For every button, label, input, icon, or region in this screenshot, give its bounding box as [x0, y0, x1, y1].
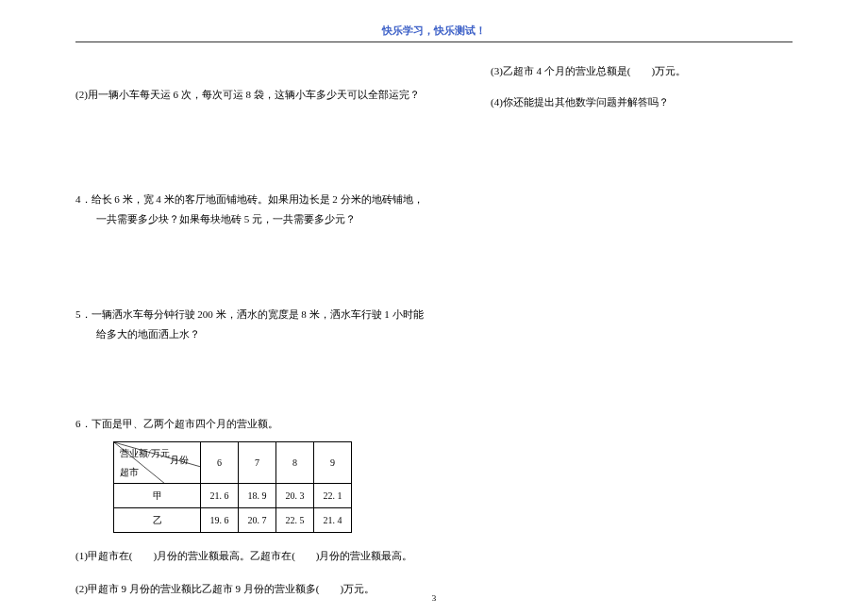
- cell: 22. 1: [314, 484, 352, 508]
- month-header: 6: [201, 442, 239, 484]
- month-header: 8: [276, 442, 314, 484]
- cell: 20. 7: [239, 508, 276, 533]
- question-4: 4．给长 6 米，宽 4 米的客厅地面铺地砖。如果用边长是 2 分米的地砖铺地，…: [75, 190, 434, 229]
- question-6-sub1: (1)甲超市在( )月份的营业额最高。乙超市在( )月份的营业额最高。: [75, 546, 434, 566]
- diag-label-right: 月份: [170, 452, 189, 469]
- question-6-number: 6．: [75, 418, 92, 429]
- question-5: 5．一辆洒水车每分钟行驶 200 米，洒水的宽度是 8 米，洒水车行驶 1 小时…: [75, 305, 434, 344]
- question-6-sub3: (3)乙超市 4 个月的营业总额是( )万元。: [491, 61, 840, 81]
- question-5-line2: 给多大的地面洒上水？: [96, 324, 434, 344]
- month-header: 9: [314, 442, 352, 484]
- header-rule: [75, 41, 793, 42]
- month-header: 7: [239, 442, 276, 484]
- data-table-wrap: 营业额/万元 月份 超市 6 7 8 9 甲 21. 6 18. 9 20. 3…: [113, 441, 434, 533]
- diagonal-header-cell: 营业额/万元 月份 超市: [114, 442, 201, 484]
- question-4-number: 4．: [75, 193, 92, 205]
- diag-label-bottom: 超市: [120, 464, 139, 481]
- question-5-number: 5．: [75, 308, 92, 320]
- page-number: 3: [432, 593, 437, 603]
- table-row: 乙 19. 6 20. 7 22. 5 21. 4: [114, 508, 352, 533]
- page-header: 快乐学习，快乐测试！: [0, 0, 868, 41]
- cell: 18. 9: [239, 484, 276, 508]
- cell: 21. 6: [201, 484, 239, 508]
- cell: 20. 3: [276, 484, 314, 508]
- question-4-line2: 一共需要多少块？如果每块地砖 5 元，一共需要多少元？: [96, 209, 434, 229]
- table-header-row: 营业额/万元 月份 超市 6 7 8 9: [114, 442, 352, 484]
- left-column: (2)用一辆小车每天运 6 次，每次可运 8 袋，这辆小车多少天可以全部运完？ …: [75, 61, 434, 606]
- question-5-line1: 一辆洒水车每分钟行驶 200 米，洒水的宽度是 8 米，洒水车行驶 1 小时能: [92, 308, 424, 320]
- cell: 22. 5: [276, 508, 314, 533]
- question-2-sub2: (2)用一辆小车每天运 6 次，每次可运 8 袋，这辆小车多少天可以全部运完？: [75, 85, 434, 105]
- cell: 19. 6: [201, 508, 239, 533]
- question-6: 6．下面是甲、乙两个超市四个月的营业额。 营业额/万元 月份 超市 6 7: [75, 414, 434, 599]
- row-name: 甲: [114, 484, 201, 508]
- question-6-sub4: (4)你还能提出其他数学问题并解答吗？: [491, 92, 840, 112]
- question-4-line1: 给长 6 米，宽 4 米的客厅地面铺地砖。如果用边长是 2 分米的地砖铺地，: [92, 193, 424, 205]
- table-row: 甲 21. 6 18. 9 20. 3 22. 1: [114, 484, 352, 508]
- row-name: 乙: [114, 508, 201, 533]
- right-column: (3)乙超市 4 个月的营业总额是( )万元。 (4)你还能提出其他数学问题并解…: [491, 61, 840, 120]
- diag-label-top: 营业额/万元: [120, 445, 170, 462]
- data-table: 营业额/万元 月份 超市 6 7 8 9 甲 21. 6 18. 9 20. 3…: [113, 441, 352, 533]
- question-6-sub2: (2)甲超市 9 月份的营业额比乙超市 9 月份的营业额多( )万元。: [75, 579, 434, 599]
- question-6-title: 下面是甲、乙两个超市四个月的营业额。: [92, 418, 278, 429]
- cell: 21. 4: [314, 508, 352, 533]
